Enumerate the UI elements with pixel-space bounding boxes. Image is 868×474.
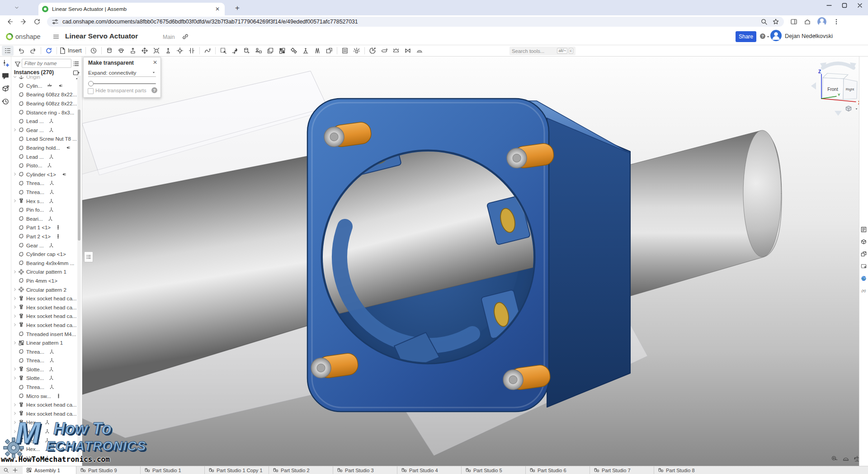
list-view-icon[interactable]: [72, 60, 80, 67]
browser-tab[interactable]: Linear Servo Actuator | Assemb ✕: [38, 3, 225, 15]
duplicate-icon[interactable]: [264, 46, 276, 56]
instance-row[interactable]: Cylinder <1>: [11, 170, 77, 179]
insert-button[interactable]: Insert: [59, 46, 84, 56]
add-tab-icon[interactable]: [12, 467, 18, 473]
user-avatar[interactable]: [770, 30, 782, 41]
reload-icon[interactable]: [33, 18, 41, 25]
instance-row[interactable]: Circular pattern 2: [11, 285, 77, 294]
link-icon[interactable]: [182, 33, 189, 40]
instance-row[interactable]: Origin: [11, 76, 77, 81]
chevron-down-icon[interactable]: [13, 76, 18, 79]
instance-row[interactable]: Threaded insert M4...: [11, 329, 77, 338]
exploded-view-icon[interactable]: [351, 46, 363, 56]
document-tab-part-studio-1[interactable]: Part Studio 1: [140, 466, 204, 474]
instance-row[interactable]: Threa...: [11, 356, 77, 365]
pattern-icon[interactable]: [276, 46, 288, 56]
group-icon[interactable]: [217, 46, 229, 56]
scrollbar-thumb[interactable]: [78, 109, 80, 241]
parts-help-icon[interactable]: ?: [1, 85, 9, 93]
user-name[interactable]: Dejan Nedelkovski: [785, 33, 833, 39]
extensions-puzzle-icon[interactable]: [804, 18, 811, 25]
revolve-icon[interactable]: [378, 46, 390, 56]
variables-panel-icon[interactable]: (x): [860, 287, 867, 294]
instance-row[interactable]: Hex...: [11, 427, 77, 436]
selection-panel-icon[interactable]: [860, 263, 867, 270]
instance-row[interactable]: Gear ...: [11, 126, 77, 135]
instance-row[interactable]: Bearing 608zz 8x22...: [11, 90, 77, 99]
side-panel-icon[interactable]: [790, 18, 797, 25]
instance-row[interactable]: Pin 4mm <1>: [11, 276, 77, 285]
slider-mate-icon[interactable]: [127, 46, 139, 56]
chevron-right-icon[interactable]: [13, 421, 18, 424]
selection-list-tab[interactable]: [84, 251, 93, 262]
gear-relation-icon[interactable]: [288, 46, 300, 56]
instance-row[interactable]: Hex...: [11, 445, 77, 454]
instance-row[interactable]: Hex socket head ca...: [11, 409, 77, 418]
instance-row[interactable]: Cylin...: [11, 81, 77, 90]
dialog-close-icon[interactable]: ✕: [153, 59, 157, 66]
3d-viewport[interactable]: [82, 57, 859, 466]
measure-icon[interactable]: [831, 455, 838, 462]
browser-profile-avatar[interactable]: [817, 17, 826, 26]
chevron-right-icon[interactable]: [13, 128, 18, 132]
browser-menu-icon[interactable]: [833, 18, 840, 25]
new-tab-button[interactable]: +: [235, 4, 240, 13]
instance-row[interactable]: Circular pattern 1: [11, 267, 77, 276]
instance-row[interactable]: Pin fo...: [11, 205, 77, 214]
mate-relation-icon[interactable]: [202, 46, 213, 56]
help-icon[interactable]: ?: [759, 33, 766, 40]
revolute-mate-icon[interactable]: [115, 46, 127, 56]
instance-row[interactable]: Beari...: [11, 214, 77, 223]
instance-row[interactable]: Gear ...: [11, 241, 77, 250]
bookmark-star-icon[interactable]: [772, 18, 779, 25]
slider-track[interactable]: [88, 83, 156, 84]
insert-mate-icon[interactable]: [1, 59, 9, 67]
workspace-label[interactable]: Main: [163, 34, 175, 40]
maximize-icon[interactable]: [841, 2, 848, 9]
instance-row[interactable]: Micro sw...: [11, 391, 77, 400]
instance-row[interactable]: Threa...: [11, 347, 77, 356]
document-tab-part-studio-4[interactable]: Part Studio 4: [397, 466, 461, 474]
parallel-mate-icon[interactable]: [186, 46, 198, 56]
instance-row[interactable]: Bearing 4x9x4mm ...: [11, 258, 77, 267]
assembly-structure-icon[interactable]: [2, 46, 14, 56]
screw-relation-icon[interactable]: [300, 46, 311, 56]
chevron-right-icon[interactable]: [13, 314, 18, 318]
document-tab-part-studio-5[interactable]: Part Studio 5: [461, 466, 525, 474]
instance-row[interactable]: Slotte...: [11, 374, 77, 383]
instance-row[interactable]: Threa...: [11, 179, 77, 188]
instance-row[interactable]: Hex socket head ca...: [11, 303, 77, 312]
filter-input[interactable]: [22, 59, 71, 68]
instance-row[interactable]: Bearing hold...: [11, 143, 77, 152]
instance-row[interactable]: Pisto...: [11, 161, 77, 170]
tab-search-button[interactable]: [11, 3, 23, 12]
document-tab-part-studio-6[interactable]: Part Studio 6: [525, 466, 590, 474]
history-icon[interactable]: [1, 97, 9, 105]
instance-row[interactable]: Hex...: [11, 418, 77, 427]
instance-row[interactable]: Threa...: [11, 383, 77, 392]
instance-row[interactable]: Part 2 <1>: [11, 232, 77, 241]
forward-icon[interactable]: [20, 18, 27, 25]
instance-row[interactable]: Hex socket head ca...: [11, 312, 77, 321]
instance-row[interactable]: Hex s...: [11, 196, 77, 205]
feature-list-panel-icon[interactable]: [860, 226, 867, 233]
document-tab-part-studio-7[interactable]: Part Studio 7: [590, 466, 654, 474]
undo-icon[interactable]: [15, 46, 27, 56]
document-tab-part-studio-1-copy-1[interactable]: Part Studio 1 Copy 1: [204, 466, 269, 474]
comments-icon[interactable]: [1, 72, 9, 80]
ball-mate-icon[interactable]: [151, 46, 162, 56]
instance-row[interactable]: Hex socket head ca...: [11, 294, 77, 303]
instance-row[interactable]: Lead ...: [11, 152, 77, 161]
hide-transparent-checkbox[interactable]: [88, 88, 94, 94]
instance-row[interactable]: Part 1 <1>: [11, 223, 77, 232]
help-caret-icon[interactable]: [766, 34, 770, 39]
instance-row[interactable]: Hex socket head ca...: [11, 321, 77, 330]
document-tab-part-studio-2[interactable]: Part Studio 2: [269, 466, 333, 474]
back-icon[interactable]: [6, 18, 14, 25]
instance-row[interactable]: Bearing 608zz 8x22...: [11, 99, 77, 108]
search-tools-input[interactable]: Search tools... alt/~ c: [509, 47, 576, 55]
minimize-icon[interactable]: [826, 2, 833, 9]
user-menu-caret-icon[interactable]: [812, 33, 817, 38]
instance-row[interactable]: Cylinder cap <1>: [11, 250, 77, 259]
instance-row[interactable]: Hex socket head ca...: [11, 400, 77, 409]
